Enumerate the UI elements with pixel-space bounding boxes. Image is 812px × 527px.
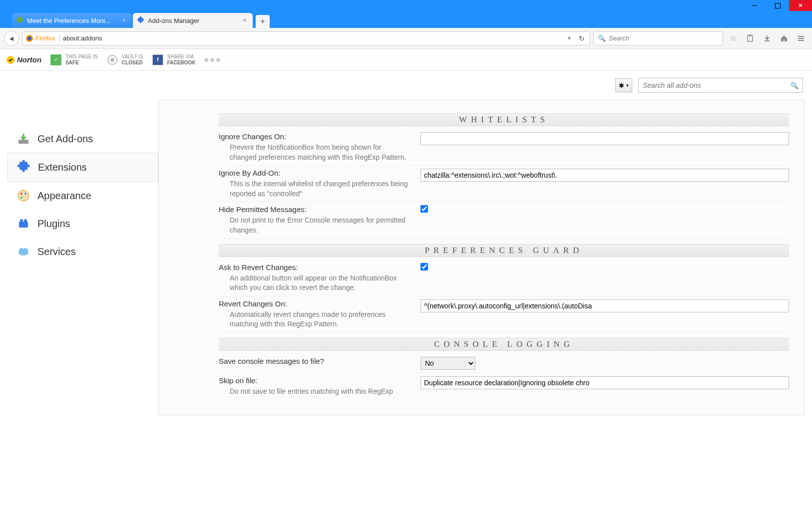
url-text: about:addons bbox=[63, 34, 562, 42]
svg-point-1 bbox=[27, 36, 31, 40]
download-box-icon bbox=[16, 132, 30, 146]
addon-top-bar: ✱ ▾ 🔍 bbox=[0, 71, 812, 100]
sidebar-item-label: Extensions bbox=[38, 162, 87, 173]
search-input[interactable] bbox=[609, 34, 719, 42]
lego-icon bbox=[16, 217, 30, 231]
norton-line1: SHARE VIA bbox=[167, 54, 196, 60]
sidebar-item-plugins[interactable]: Plugins bbox=[7, 210, 158, 238]
hamburger-icon bbox=[797, 34, 805, 42]
puzzle-icon bbox=[137, 16, 145, 24]
svg-rect-2 bbox=[748, 35, 753, 41]
svg-point-9 bbox=[20, 193, 22, 195]
identity-label: Firefox bbox=[35, 34, 60, 42]
pref-row-revert-on: Revert Changes On: Automatically revert … bbox=[219, 296, 789, 333]
new-tab-button[interactable]: + bbox=[256, 15, 270, 28]
bookmark-star-button[interactable]: ☆ bbox=[726, 31, 740, 45]
facebook-icon: f bbox=[152, 54, 163, 65]
norton-logo[interactable]: Norton bbox=[6, 55, 41, 64]
clipboard-button[interactable] bbox=[743, 31, 757, 45]
tab-label: Meet the Preferences Moni... bbox=[27, 17, 120, 24]
sidebar-item-get-addons[interactable]: Get Add-ons bbox=[7, 125, 158, 153]
sidebar-item-label: Appearance bbox=[37, 190, 91, 202]
norton-more-button[interactable] bbox=[204, 58, 220, 62]
pref-label: Save console messages to file? bbox=[219, 357, 420, 365]
norton-line2: CLOSED bbox=[122, 60, 143, 66]
tools-gear-button[interactable]: ✱ ▾ bbox=[615, 78, 632, 92]
addon-body: Get Add-ons Extensions Appearance Plugin… bbox=[0, 100, 812, 415]
menu-button[interactable] bbox=[794, 31, 808, 45]
ignore-addon-input[interactable] bbox=[420, 169, 789, 182]
pref-row-hide-permitted: Hide Permitted Messages: Do not print to… bbox=[219, 202, 789, 239]
pref-label: Ignore By Add-On: bbox=[219, 169, 420, 177]
svg-point-13 bbox=[20, 219, 23, 222]
ask-revert-checkbox[interactable] bbox=[420, 263, 428, 270]
site-identity[interactable]: Firefox bbox=[25, 34, 60, 42]
sidebar-item-label: Plugins bbox=[37, 218, 70, 230]
section-header-guard: PREFERENCES GUARD bbox=[219, 244, 789, 257]
pref-label: Ignore Changes On: bbox=[219, 132, 420, 141]
section-header-whitelists: WHITELISTS bbox=[219, 113, 789, 126]
sidebar: Get Add-ons Extensions Appearance Plugin… bbox=[7, 100, 158, 415]
save-file-select[interactable]: No bbox=[420, 357, 475, 370]
check-icon: ✓ bbox=[50, 54, 61, 65]
puzzle-icon bbox=[17, 160, 31, 174]
hide-permitted-checkbox[interactable] bbox=[420, 205, 428, 213]
window-minimize-button[interactable] bbox=[743, 0, 766, 11]
downloads-button[interactable] bbox=[760, 31, 774, 45]
search-icon[interactable]: 🔍 bbox=[791, 82, 799, 89]
svg-rect-3 bbox=[749, 34, 752, 36]
search-bar[interactable]: 🔍 bbox=[593, 31, 723, 45]
norton-page-safe[interactable]: ✓ THIS PAGE IS SAFE bbox=[50, 54, 98, 66]
home-icon bbox=[780, 34, 788, 42]
sidebar-item-label: Services bbox=[37, 246, 76, 258]
sidebar-item-extensions[interactable]: Extensions bbox=[7, 153, 158, 182]
home-button[interactable] bbox=[777, 31, 791, 45]
url-dropdown-icon[interactable]: ▼ bbox=[565, 35, 574, 41]
svg-point-14 bbox=[24, 219, 27, 222]
puzzle-icon bbox=[16, 16, 24, 24]
addon-search-bar[interactable]: 🔍 bbox=[638, 78, 803, 93]
window-close-button[interactable] bbox=[789, 0, 812, 11]
addon-search-input[interactable] bbox=[643, 81, 791, 89]
norton-share[interactable]: f SHARE VIA FACEBOOK bbox=[152, 54, 196, 66]
svg-point-6 bbox=[110, 58, 114, 62]
sidebar-item-appearance[interactable]: Appearance bbox=[7, 182, 158, 210]
revert-on-input[interactable] bbox=[420, 299, 789, 312]
window-maximize-button[interactable] bbox=[766, 0, 789, 11]
pref-row-ignore-changes: Ignore Changes On: Prevent the Notificat… bbox=[219, 129, 789, 166]
search-icon: 🔍 bbox=[598, 34, 606, 42]
tab-inactive[interactable]: Meet the Preferences Moni... × bbox=[12, 13, 132, 28]
dropdown-icon: ▾ bbox=[626, 83, 629, 88]
tab-label: Add-ons Manager bbox=[148, 17, 241, 24]
pref-row-save-file: Save console messages to file? No bbox=[219, 354, 789, 373]
pref-desc: This is the internal whitelist of change… bbox=[219, 179, 408, 199]
pref-row-ask-revert: Ask to Revert Changes: An additional but… bbox=[219, 260, 789, 296]
clipboard-icon bbox=[746, 34, 754, 42]
svg-point-17 bbox=[23, 248, 28, 253]
ignore-changes-input[interactable] bbox=[420, 132, 789, 145]
tab-close-button[interactable]: × bbox=[120, 16, 128, 24]
svg-point-11 bbox=[20, 197, 22, 199]
svg-point-10 bbox=[24, 193, 26, 195]
pref-desc: Automatically revert changes made to pre… bbox=[219, 310, 408, 329]
sidebar-item-services[interactable]: Services bbox=[7, 238, 158, 265]
firefox-icon bbox=[25, 34, 33, 42]
pref-desc: Do not print to the Error Console messag… bbox=[219, 216, 408, 235]
norton-vault[interactable]: VAULT IS CLOSED bbox=[107, 54, 143, 66]
cloud-icon bbox=[16, 245, 30, 259]
tab-active[interactable]: Add-ons Manager × bbox=[133, 13, 253, 28]
reload-button[interactable]: ↻ bbox=[577, 34, 587, 42]
tab-close-button[interactable]: × bbox=[241, 16, 249, 24]
url-bar[interactable]: Firefox about:addons ▼ ↻ bbox=[22, 31, 590, 45]
svg-point-8 bbox=[18, 190, 29, 201]
preferences-content[interactable]: WHITELISTS Ignore Changes On: Prevent th… bbox=[158, 100, 805, 415]
pref-desc: An additional button will appear on the … bbox=[219, 273, 408, 293]
section-header-console: CONSOLE LOGGING bbox=[219, 338, 789, 351]
vault-icon bbox=[107, 54, 118, 65]
pref-row-skip-file: Skip on file: Do not save to file entrie… bbox=[219, 373, 789, 400]
back-button[interactable]: ◄ bbox=[4, 31, 19, 46]
download-icon bbox=[763, 34, 771, 42]
nav-toolbar: ◄ Firefox about:addons ▼ ↻ 🔍 ☆ bbox=[0, 28, 812, 49]
skip-file-input[interactable] bbox=[420, 376, 789, 389]
pref-label: Ask to Revert Changes: bbox=[219, 263, 420, 271]
